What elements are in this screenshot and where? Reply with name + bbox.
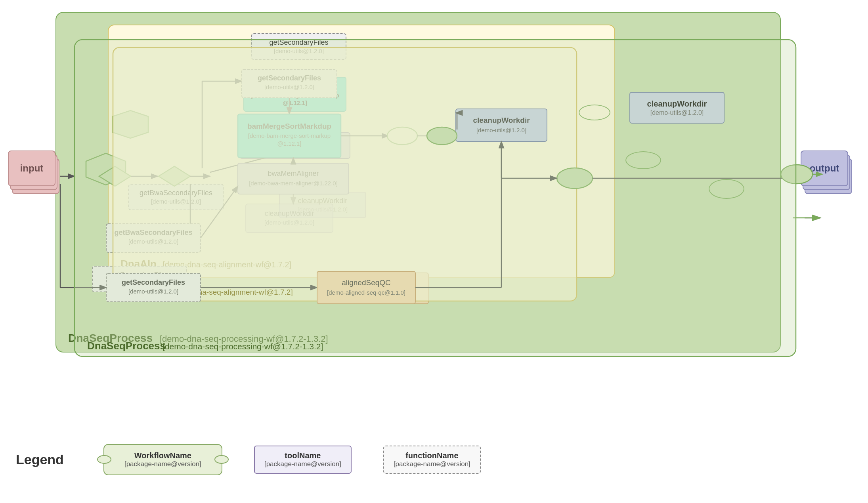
node-version-2: @1.12.1] [283,99,307,107]
legend-tool-item: toolName [package-name@version] [254,446,352,474]
outer-container-label: DnaSeqProcess [demo-dna-seq-processing-w… [68,332,328,345]
legend-workflow-right-oval [214,455,229,464]
get-bwa-secondary-files-node[interactable]: getBwaSecondaryFiles [demo-utils@1.2.0] [128,184,224,210]
legend-tool-name: toolName [264,451,341,460]
node-title: getSecondaryFiles [269,38,328,47]
node-title: alignedSeqQC [352,279,403,290]
legend-workflow-name: WorkflowName [116,451,210,460]
input-file-stack: input [8,151,59,202]
inner-oval-connector [579,105,610,120]
node-version: [demo-aligned-seq-qc@1.1.0] [338,290,417,297]
node-title: bamMergeSortMarkdup [253,82,337,91]
node-version-1: [demo-bam-merge-sort-markup [250,91,339,99]
legend-function-name: functionName [394,451,470,460]
bam-merge-sort-node[interactable]: bamMergeSortMarkdup [demo-bam-merge-sort… [243,77,346,112]
bwa-mem-aligner-node[interactable]: bwaMemAligner [demo-bwa-mem-aligner@1.22… [239,132,350,159]
right-oval-connector-2 [709,179,744,199]
get-secondary-files-top-node[interactable]: getSecondaryFiles [demo-utils@1.2.0] [251,33,346,60]
node-version: [demo-utils@1.2.0] [115,280,164,288]
input-page-front: input [8,151,55,186]
legend-workflow-item: WorkflowName [package-name@version] [103,444,222,475]
node-title: getBwaSecondaryFiles [140,189,212,198]
left-diamond [84,151,128,187]
legend-workflow-left-oval [97,455,111,464]
right-oval-connector-1 [625,151,661,169]
get-secondary-files-bottom-node[interactable]: getSecondaryFiles [demo-utils@1.2.0] [92,266,187,292]
node-version: [demo-bwa-mem-aligner@1.22.0] [250,146,339,154]
outer-workflow-container: getSecondaryFiles [demo-utils@1.2.0] bam… [55,12,781,352]
node-title: cleanupWorkdir [647,99,707,109]
legend-title: Legend [16,452,64,467]
svg-marker-32 [113,111,148,138]
inner-workflow-container: getSecondaryFiles [demo-utils@1.2.0] bam… [108,25,615,278]
legend-section: Legend WorkflowName [package-name@versio… [16,428,848,491]
node-version: [demo-utils@1.2.0] [298,206,348,213]
diagram-container: getSecondaryFiles [demo-utils@1.2.0] bam… [8,8,860,459]
legend-function-item: functionName [package-name@version] [383,446,481,474]
node-title: bwaMemAligner [269,137,320,146]
aligned-seq-qc-node[interactable]: alignedSeqQC [demo-aligned-seq-qc@1.1.0] [326,272,429,304]
node-version: [demo-utils@1.2.0] [274,47,324,55]
legend-tool-version: [package-name@version] [264,460,341,468]
legend-workflow-version: [package-name@version] [116,460,210,468]
output-page-front: output [801,151,848,186]
cleanup-workdir-outer-node[interactable]: cleanupWorkdir [demo-utils@1.2.0] [629,92,725,124]
node-title: getSecondaryFiles [110,271,169,280]
output-file-stack: output [801,151,852,202]
legend-function-version: [package-name@version] [394,460,470,468]
node-title: cleanupWorkdir [298,196,348,206]
svg-marker-33 [86,153,126,185]
cleanup-workdir-inner-node[interactable]: cleanupWorkdir [demo-utils@1.2.0] [279,192,366,218]
node-version: [demo-utils@1.2.0] [151,198,201,206]
node-version: [demo-utils@1.2.0] [650,109,704,117]
